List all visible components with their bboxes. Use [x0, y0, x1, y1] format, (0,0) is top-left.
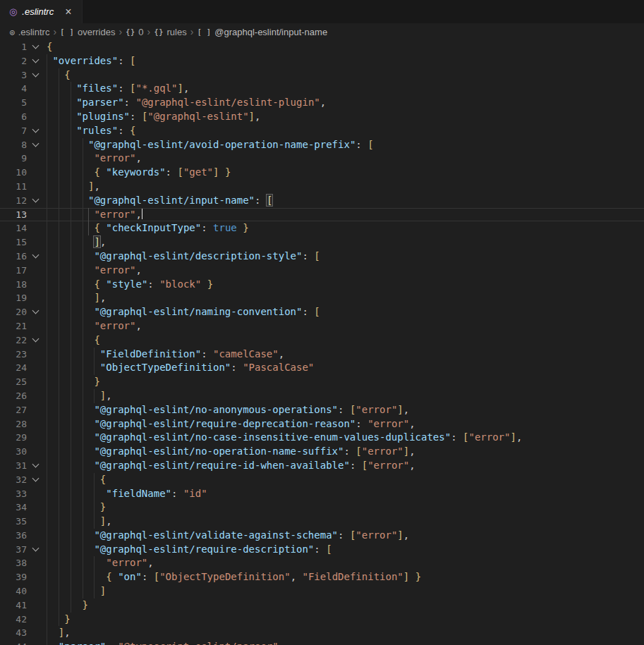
line-number[interactable]: 17: [0, 264, 27, 278]
tab-eslintrc[interactable]: ◎ .eslintrc ×: [0, 0, 83, 23]
fold-chevron-icon[interactable]: [32, 475, 40, 484]
breadcrumb-item-0[interactable]: {}0: [126, 27, 143, 37]
code-line[interactable]: 33 "fieldName": "id": [0, 487, 644, 501]
code-line[interactable]: 32 {: [0, 473, 644, 487]
line-number[interactable]: 18: [0, 278, 27, 292]
code-line[interactable]: 10 { "keywords": ["get"] }: [0, 166, 644, 180]
code-line[interactable]: 26 ],: [0, 389, 644, 403]
code-line[interactable]: 14 { "checkInputType": true }: [0, 221, 644, 235]
line-number[interactable]: 41: [0, 598, 27, 613]
line-number[interactable]: 19: [0, 291, 27, 305]
line-number[interactable]: 34: [0, 500, 27, 515]
code-line[interactable]: 29 "@graphql-eslint/no-case-insensitive-…: [0, 431, 644, 445]
line-number[interactable]: 5: [0, 96, 27, 110]
fold-chevron-icon[interactable]: [32, 252, 40, 260]
line-number[interactable]: 23: [0, 348, 27, 362]
line-number[interactable]: 15: [0, 235, 27, 250]
code-line[interactable]: 11 ],: [0, 180, 644, 194]
line-number[interactable]: 13: [0, 208, 27, 222]
line-number[interactable]: 22: [0, 333, 27, 348]
breadcrumb-item-overrides[interactable]: [ ]overrides: [60, 27, 115, 37]
code-line[interactable]: 5 "parser": "@graphql-eslint/eslint-plug…: [0, 96, 644, 110]
code-line[interactable]: 39 { "on": ["ObjectTypeDefinition", "Fie…: [0, 570, 644, 584]
code-line[interactable]: 9 "error",: [0, 152, 644, 166]
code-line[interactable]: 18 { "style": "block" }: [0, 278, 644, 292]
line-number[interactable]: 28: [0, 417, 27, 431]
line-number[interactable]: 39: [0, 570, 27, 584]
line-number[interactable]: 31: [0, 459, 27, 473]
line-number[interactable]: 25: [0, 375, 27, 389]
line-number[interactable]: 33: [0, 487, 27, 501]
line-number[interactable]: 30: [0, 445, 27, 459]
fold-chevron-icon[interactable]: [32, 545, 40, 553]
code-line[interactable]: 1{: [0, 40, 644, 54]
fold-chevron-icon[interactable]: [32, 140, 40, 149]
code-line[interactable]: 22 {: [0, 333, 644, 348]
line-number[interactable]: 7: [0, 124, 27, 138]
line-number[interactable]: 6: [0, 110, 27, 124]
code-line[interactable]: 27 "@graphql-eslint/no-anonymous-operati…: [0, 403, 644, 417]
code-line[interactable]: 28 "@graphql-eslint/require-deprecation-…: [0, 417, 644, 431]
code-line[interactable]: 38 "error",: [0, 556, 644, 570]
fold-chevron-icon[interactable]: [32, 56, 40, 65]
code-line[interactable]: 24 "ObjectTypeDefinition": "PascalCase": [0, 361, 644, 375]
code-line[interactable]: 21 "error",: [0, 319, 644, 333]
line-number[interactable]: 44: [0, 640, 27, 645]
code-line[interactable]: 6 "plugins": ["@graphql-eslint"],: [0, 110, 644, 124]
fold-chevron-icon[interactable]: [32, 70, 40, 79]
close-icon[interactable]: ×: [63, 6, 73, 18]
code-line[interactable]: 25 }: [0, 375, 644, 389]
fold-chevron-icon[interactable]: [32, 196, 40, 204]
code-line[interactable]: 31 "@graphql-eslint/require-id-when-avai…: [0, 459, 644, 473]
line-number[interactable]: 8: [0, 138, 27, 152]
code-line[interactable]: 12 "@graphql-eslint/input-name": [: [0, 194, 644, 208]
code-line[interactable]: 17 "error",: [0, 264, 644, 278]
line-number[interactable]: 2: [0, 54, 27, 68]
line-number[interactable]: 37: [0, 543, 27, 557]
line-number[interactable]: 27: [0, 403, 27, 417]
line-number[interactable]: 43: [0, 626, 27, 640]
line-number[interactable]: 3: [0, 68, 27, 82]
code-line[interactable]: 4 "files": ["*.gql"],: [0, 82, 644, 96]
code-line[interactable]: 19 ],: [0, 291, 644, 305]
code-line[interactable]: 20 "@graphql-eslint/naming-convention": …: [0, 305, 644, 319]
line-number[interactable]: 12: [0, 194, 27, 208]
line-number[interactable]: 24: [0, 361, 27, 375]
code-line[interactable]: 43 ],: [0, 626, 644, 640]
breadcrumb-item-rules[interactable]: {}rules: [154, 27, 186, 37]
code-line[interactable]: 16 "@graphql-eslint/description-style": …: [0, 250, 644, 264]
code-line[interactable]: 42 }: [0, 613, 644, 627]
code-editor[interactable]: 1{2 "overrides": [3 {4 "files": ["*.gql"…: [0, 40, 644, 645]
code-line[interactable]: 40 ]: [0, 584, 644, 598]
line-number[interactable]: 4: [0, 82, 27, 96]
fold-chevron-icon[interactable]: [32, 336, 40, 344]
line-number[interactable]: 40: [0, 584, 27, 598]
line-number[interactable]: 38: [0, 556, 27, 570]
code-line[interactable]: 2 "overrides": [: [0, 54, 644, 68]
code-line[interactable]: 3 {: [0, 68, 644, 82]
line-number[interactable]: 42: [0, 613, 27, 627]
line-number[interactable]: 11: [0, 180, 27, 194]
line-number[interactable]: 36: [0, 529, 27, 543]
line-number[interactable]: 16: [0, 250, 27, 264]
code-line[interactable]: 7 "rules": {: [0, 124, 644, 138]
breadcrumb-item--graphql-eslint-input-name[interactable]: [ ]@graphql-eslint/input-name: [197, 27, 327, 37]
code-line[interactable]: 44 "parser": "@typescript-eslint/parser": [0, 640, 644, 645]
line-number[interactable]: 9: [0, 152, 27, 166]
code-line[interactable]: 36 "@graphql-eslint/validate-against-sch…: [0, 529, 644, 543]
code-line[interactable]: 35 ],: [0, 515, 644, 529]
fold-chevron-icon[interactable]: [32, 461, 40, 469]
line-number[interactable]: 32: [0, 473, 27, 487]
line-number[interactable]: 14: [0, 221, 27, 235]
fold-chevron-icon[interactable]: [32, 42, 40, 51]
code-line[interactable]: 23 "FieldDefinition": "camelCase",: [0, 348, 644, 362]
code-line[interactable]: 8 "@graphql-eslint/avoid-operation-name-…: [0, 138, 644, 152]
code-line[interactable]: 15 ],: [0, 235, 644, 250]
line-number[interactable]: 21: [0, 319, 27, 333]
line-number[interactable]: 20: [0, 305, 27, 319]
code-line[interactable]: 41 }: [0, 598, 644, 613]
code-line[interactable]: 34 }: [0, 500, 644, 515]
line-number[interactable]: 1: [0, 40, 27, 54]
fold-chevron-icon[interactable]: [32, 307, 40, 316]
code-line[interactable]: 13 "error",: [0, 208, 644, 222]
